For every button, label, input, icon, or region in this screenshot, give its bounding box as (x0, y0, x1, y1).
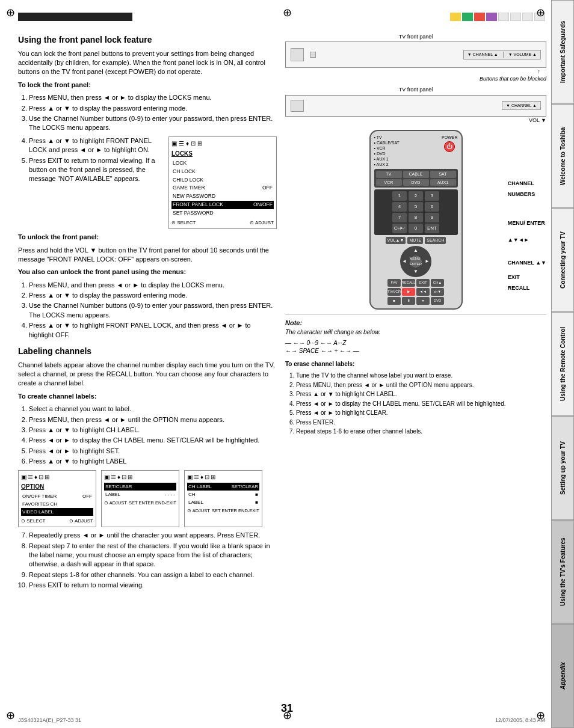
vol-ch-section: VOL▲▼ MUTE SEARCH (374, 237, 458, 243)
tv-diagram2-label: TV front panel (285, 86, 546, 93)
action-row2: TV/VCR ▶ ◄◄ ch▼ (374, 288, 458, 296)
unlock-text: Press and hold the VOL ▼ button on the T… (18, 246, 277, 265)
menu-row: CHILD LOCK (171, 176, 274, 185)
menu-row: CH■ (187, 491, 259, 498)
dvd-play-btn: DVD (431, 297, 444, 305)
menu-title: LOCKS (171, 150, 274, 158)
rew-btn: ◄◄ (416, 288, 430, 296)
btn-2: 2 (409, 191, 423, 201)
lock-steps-cont: Press ▲ or ▼ to highlight FRONT PANEL LO… (18, 136, 162, 229)
menu-title: OPTION (21, 483, 93, 491)
footer-right: 12/07/2005, 8:43 AM (495, 717, 545, 723)
tv-btn: TV (376, 171, 402, 177)
list-item: Select a channel you want to label. (29, 405, 277, 414)
menu-icons: ▣☰♦⊡⊞ (21, 473, 93, 482)
channel-numbers-annot: CHANNEL NUMBERS (508, 178, 546, 200)
create-steps-cont: Repeatedly press ◄ or ► until the charac… (18, 531, 277, 590)
reg-mark-tr: ⊕ (536, 6, 545, 19)
nav-right: ► (425, 258, 430, 265)
exit-btn: EXIT (416, 279, 430, 287)
right-column: TV front panel ▼ CHANNEL ▲ ▼ VOLUME ▲ ↑ … (285, 33, 546, 710)
menu-row: ON/OFF TIMEROFF (21, 492, 93, 500)
top-bar (18, 11, 545, 23)
input-btn-row1: TV CABLE SAT (376, 171, 456, 177)
btn-4: 4 (392, 202, 407, 212)
side-tabs: Important Safeguards Welcome to Toshiba … (551, 0, 574, 728)
tab-appendix[interactable]: Appendix (551, 624, 574, 728)
menu-row-highlight: SET/CLEAR (104, 483, 176, 491)
erase-steps-list: Tune the TV to the channel whose label y… (285, 372, 546, 436)
lock-menu-area: Press ▲ or ▼ to highlight FRONT PANEL LO… (18, 136, 277, 229)
input-btn-row2: VCR DVD AUX1 (376, 179, 456, 186)
list-item: Repeat steps 1-6 to erase other channel … (296, 427, 546, 436)
tv-diagram1-label: TV front panel (285, 33, 546, 40)
input-selector-section: TV CABLE SAT VCR DVD AUX1 (374, 169, 458, 188)
tab-important-safeguards[interactable]: Important Safeguards (551, 0, 574, 104)
create-steps-list: Select a channel you want to label. Pres… (18, 405, 277, 466)
btn-ch-ret: CH↩ (392, 224, 407, 233)
btn-9: 9 (425, 213, 439, 222)
note-section: Note: The character will change as below… (285, 314, 546, 355)
power-button-area2 (291, 100, 304, 112)
list-item: Repeat step 7 to enter the rest of the c… (29, 542, 277, 569)
tv-buttons-row: ▼ CHANNEL ▲ ▼ VOLUME ▲ (463, 50, 541, 59)
top-color-blocks (450, 13, 545, 21)
btn-3: 3 (425, 191, 439, 201)
action-row1: FAV RECALL EXIT CH▲ (374, 279, 458, 287)
play-btn: ▶ (402, 288, 415, 296)
tab-welcome-toshiba[interactable]: Welcome to Toshiba (551, 104, 574, 208)
rec-btn: ● (416, 297, 430, 305)
vol-btn: VOL▲▼ (386, 237, 406, 243)
btn-1: 1 (392, 191, 407, 201)
menu-enter-annot: MENU/ ENTER (508, 218, 546, 228)
note-text: The character will change as below. (285, 328, 546, 337)
ffd-btn: ch▼ (431, 288, 444, 296)
sat-btn: SAT (430, 171, 456, 177)
page-number: 31 (281, 702, 293, 715)
tab-tv-features[interactable]: Using the TV's Features (551, 520, 574, 624)
input-labels: • TV • CABLE/SAT • VCR • DVD • AUX 1 • A… (374, 135, 400, 168)
color-block-gray1 (498, 13, 509, 21)
tab-remote-control[interactable]: Using the Remote Control (551, 312, 574, 416)
list-item: Press MENU, then press ◄ or ► until the … (29, 415, 277, 424)
menu-bottom: ⊙ SELECT⊙ ADJUST (21, 518, 93, 524)
color-block-gray3 (522, 13, 533, 21)
num-row3: 7 8 9 (376, 213, 456, 222)
list-item: Press ▲ or ▼ to display the password ent… (29, 104, 277, 113)
nav-left: ◄ (402, 258, 407, 265)
unlock-title: To unlock the front panel: (18, 233, 277, 242)
dvd-btn: DVD (403, 179, 429, 186)
fav-btn: FAV (387, 279, 401, 287)
list-item: Press ▲ or ▼ to highlight CH LABEL. (296, 390, 546, 399)
menu-row-highlight: FRONT PANEL LOCKON/OFF (171, 201, 274, 209)
tv-panel-1: ▼ CHANNEL ▲ ▼ VOLUME ▲ (285, 41, 546, 68)
tab-setting-up[interactable]: Setting up your TV (551, 416, 574, 520)
menu-row: FAVORITES CH (21, 500, 93, 508)
vol-label: VOL ▼ (285, 117, 546, 124)
section2-title: Labeling channels (18, 346, 277, 358)
menu-row-highlight: VIDEO LABEL (21, 508, 93, 516)
menu-row: LABEL- - - - (104, 491, 176, 498)
buttons-blocked-label: Buttons that can be blocked (285, 75, 546, 82)
tv-vcr-btn: TV/VCR (387, 288, 401, 296)
menu-icons: ▣☰♦⊡⊞ (187, 473, 259, 482)
ch-label-menu2-screenshot: ▣☰♦⊡⊞ CH LABELSET/CLEAR CH■ LABEL■ ⊙ ADJ… (184, 470, 262, 528)
section-front-panel-lock: Using the front panel lock feature You c… (18, 34, 277, 340)
nav-up: ▲ (413, 248, 418, 254)
vcr-btn: VCR (376, 179, 402, 186)
reg-mark-bl: ⊕ (6, 709, 15, 722)
menu-bottom: ⊙ SELECT⊙ ADJUST (171, 219, 274, 226)
list-item: Tune the TV to the channel whose label y… (296, 372, 546, 380)
list-item: Press ▲ or ▼ to display the password ent… (29, 291, 277, 300)
char-line2: ←→ SPACE ←→ + ←→ — (285, 347, 546, 355)
list-item: Press ▲ or ▼ to highlight LABEL (29, 457, 277, 466)
reg-mark-tl: ⊕ (6, 6, 15, 19)
menu-enter-center: MENUENTER (410, 255, 422, 268)
section-labeling-channels: Labeling channels Channel labels appear … (18, 346, 277, 590)
led-indicator (310, 52, 316, 58)
list-item: Press ◄ or ► to highlight SET. (29, 447, 277, 456)
tab-connecting-tv[interactable]: Connecting your TV (551, 208, 574, 312)
list-item: Press ◄ or ► to display the CH LABEL men… (29, 436, 277, 445)
main-content: Using the front panel lock feature You c… (18, 33, 546, 710)
nav-annot: ▲▼◄► (508, 234, 546, 245)
